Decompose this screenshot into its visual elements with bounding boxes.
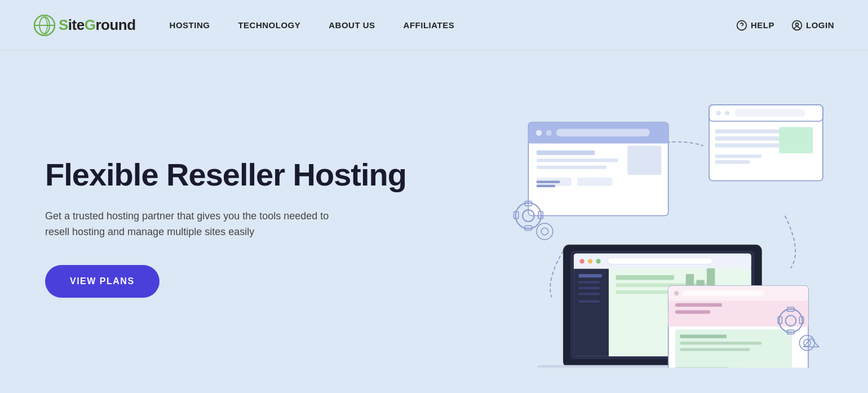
svg-rect-79 bbox=[680, 348, 750, 351]
svg-point-48 bbox=[596, 259, 600, 263]
svg-rect-54 bbox=[578, 293, 599, 295]
svg-rect-13 bbox=[537, 151, 595, 155]
svg-point-11 bbox=[546, 130, 551, 136]
logo-text: SiteGround bbox=[59, 16, 136, 34]
login-link[interactable]: LOGIN bbox=[791, 20, 834, 31]
svg-rect-29 bbox=[779, 127, 813, 154]
svg-point-38 bbox=[537, 223, 553, 240]
svg-rect-20 bbox=[537, 185, 555, 187]
nav-link-hosting[interactable]: HOSTING bbox=[170, 20, 210, 30]
hero-subtitle: Get a trusted hosting partner that gives… bbox=[45, 208, 338, 241]
hero-illustration bbox=[479, 87, 834, 369]
svg-rect-16 bbox=[627, 146, 661, 175]
svg-point-46 bbox=[579, 259, 584, 263]
svg-rect-31 bbox=[715, 161, 750, 164]
svg-point-72 bbox=[674, 291, 679, 295]
siteground-logo-icon bbox=[34, 15, 55, 36]
logo[interactable]: SiteGround bbox=[34, 15, 136, 36]
svg-rect-18 bbox=[577, 178, 612, 186]
svg-rect-78 bbox=[680, 342, 761, 345]
help-circle-icon bbox=[736, 20, 747, 31]
svg-point-23 bbox=[716, 111, 721, 116]
main-nav: SiteGround HOSTING TECHNOLOGY ABOUT US A… bbox=[0, 0, 868, 51]
svg-point-10 bbox=[536, 130, 542, 136]
svg-rect-57 bbox=[616, 275, 674, 280]
svg-rect-30 bbox=[715, 154, 761, 158]
svg-rect-53 bbox=[578, 287, 599, 289]
svg-rect-75 bbox=[675, 310, 710, 313]
nav-right: HELP LOGIN bbox=[736, 20, 834, 31]
svg-rect-15 bbox=[537, 166, 606, 169]
svg-point-6 bbox=[796, 23, 799, 25]
hero-title: Flexible Reseller Hosting bbox=[45, 157, 457, 192]
svg-rect-49 bbox=[608, 258, 712, 264]
nav-link-affiliates[interactable]: AFFILIATES bbox=[404, 20, 455, 30]
hero-content: Flexible Reseller Hosting Get a trusted … bbox=[45, 157, 479, 298]
nav-link-technology[interactable]: TECHNOLOGY bbox=[238, 20, 300, 30]
svg-rect-81 bbox=[714, 360, 749, 367]
svg-rect-12 bbox=[556, 129, 650, 136]
svg-point-47 bbox=[588, 259, 592, 263]
hero-section: Flexible Reseller Hosting Get a trusted … bbox=[0, 51, 868, 393]
svg-point-39 bbox=[541, 228, 548, 235]
svg-rect-25 bbox=[735, 109, 805, 116]
reseller-hosting-illustration bbox=[488, 87, 826, 368]
svg-rect-51 bbox=[578, 274, 601, 277]
svg-rect-74 bbox=[675, 303, 722, 307]
svg-rect-14 bbox=[537, 158, 618, 162]
view-plans-button[interactable]: VIEW PLANS bbox=[45, 265, 160, 298]
svg-rect-55 bbox=[578, 301, 599, 303]
svg-rect-19 bbox=[537, 181, 560, 183]
svg-rect-73 bbox=[683, 290, 764, 296]
help-link[interactable]: HELP bbox=[736, 20, 774, 31]
user-circle-icon bbox=[791, 20, 803, 31]
svg-rect-77 bbox=[680, 335, 727, 338]
svg-rect-80 bbox=[675, 360, 710, 367]
svg-rect-9 bbox=[528, 135, 668, 143]
nav-links: HOSTING TECHNOLOGY ABOUT US AFFILIATES bbox=[170, 20, 736, 30]
svg-rect-52 bbox=[578, 281, 599, 284]
svg-point-24 bbox=[725, 111, 729, 116]
nav-link-about-us[interactable]: ABOUT US bbox=[329, 20, 375, 30]
